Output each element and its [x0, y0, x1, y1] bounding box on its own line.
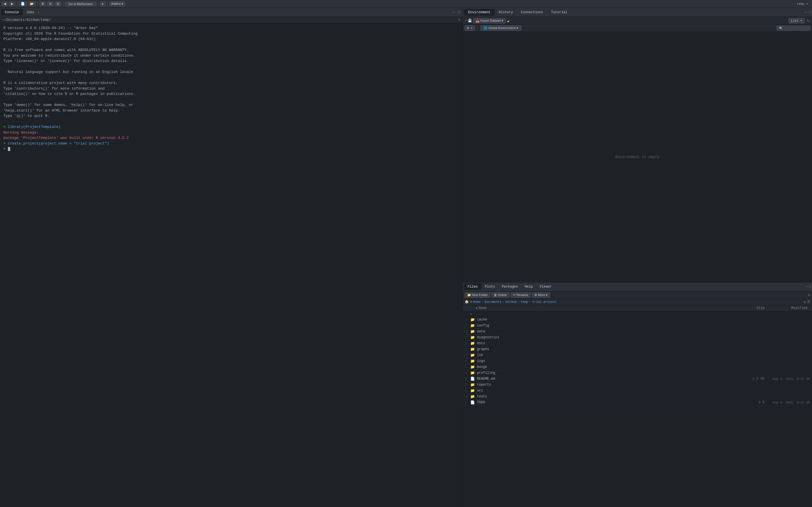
source-button[interactable]: ▸	[100, 1, 106, 6]
tab-jobs-close[interactable]: ✕	[38, 11, 39, 14]
list-item[interactable]: □ 📁 reports	[463, 382, 812, 388]
main-area: Console Jobs ✕ ─ □ ~/Documents/GitHub/te…	[0, 8, 812, 507]
list-item[interactable]: □ 📁 diagnostics	[463, 335, 812, 341]
list-item[interactable]: □ 📁 src	[463, 388, 812, 394]
row-check-todo[interactable]: □	[465, 400, 470, 404]
files-sync-icon[interactable]: ↻	[808, 293, 810, 297]
tab-plots[interactable]: Plots	[481, 284, 499, 290]
tab-tutorial[interactable]: Tutorial	[547, 9, 571, 15]
row-check-profiling[interactable]: □	[465, 371, 470, 375]
minimize-files-button[interactable]: ─	[806, 285, 808, 289]
row-check-graphs[interactable]: □	[465, 347, 470, 351]
global-env-dropdown[interactable]: 🌐 Global Environment ▾	[480, 25, 521, 31]
col-name-header[interactable]: ▲ Name	[476, 306, 739, 310]
forward-button[interactable]: ▶	[9, 1, 15, 6]
row-check-cache[interactable]: □	[465, 318, 470, 322]
tab-packages[interactable]: Packages	[499, 284, 522, 290]
folder-icon-tests: 📁	[470, 394, 476, 399]
env-upload-icon[interactable]: ⬆	[465, 18, 467, 23]
folder-icon-graphs: 📁	[470, 347, 476, 351]
new-script-button[interactable]: 📄	[19, 1, 27, 6]
console-path: ~/Documents/GitHub/temp/	[2, 18, 51, 22]
row-check-docs[interactable]: □	[465, 341, 470, 345]
breadcrumb-sync-icon[interactable]: ↻	[804, 300, 806, 304]
parent-dir-row[interactable]: ↩ ..	[463, 311, 812, 317]
tab-files[interactable]: Files	[464, 283, 481, 290]
row-check-diagnostics[interactable]: □	[465, 335, 470, 339]
breadcrumb-github[interactable]: GitHub	[506, 300, 517, 304]
row-check-reports[interactable]: □	[465, 383, 470, 387]
breadcrumb-settings-icon[interactable]: ⚙	[470, 300, 472, 304]
breadcrumb-home[interactable]: Home	[473, 300, 480, 304]
list-item[interactable]: □ 📄 README.md 1.5 KB Aug 4, 2021, 9:27 A…	[463, 376, 812, 382]
rename-button[interactable]: ✏ Rename	[511, 292, 531, 298]
breadcrumb-back-icon[interactable]: 🏠	[465, 300, 469, 304]
layout-2[interactable]: ⊟	[47, 1, 54, 6]
row-check-readme[interactable]: □	[465, 377, 470, 381]
left-panel: Console Jobs ✕ ─ □ ~/Documents/GitHub/te…	[0, 8, 463, 507]
import-dataset-button[interactable]: 📥 Import Dataset ▾	[473, 18, 506, 23]
more-button[interactable]: ⚙ More ▾	[532, 292, 550, 298]
layout-1[interactable]: ⊞	[40, 1, 46, 6]
row-check-config[interactable]: □	[465, 324, 470, 328]
console-output: R version 4.0.0 (2020-04-24) -- "Arbor D…	[0, 23, 463, 507]
breadcrumb-temp[interactable]: temp	[521, 300, 528, 304]
tab-connections[interactable]: Connections	[517, 9, 547, 15]
maximize-env-button[interactable]: □	[809, 10, 811, 14]
library-command: library(ProjectTemplate)	[8, 125, 61, 129]
list-item[interactable]: □ 📁 lib	[463, 352, 812, 358]
goto-file-button[interactable]: Go to file/function	[65, 2, 96, 6]
layout-3[interactable]: ⊟	[55, 1, 61, 6]
minimize-env-button[interactable]: ─	[805, 10, 807, 14]
new-folder-button[interactable]: 📁 New Folder	[465, 292, 490, 298]
row-check-data[interactable]: □	[465, 330, 470, 334]
row-check-src[interactable]: □	[465, 389, 470, 393]
back-button[interactable]: ◀	[2, 1, 8, 6]
list-item[interactable]: □ 📁 config	[463, 323, 812, 329]
breadcrumb-sep-4: ›	[529, 300, 531, 304]
breadcrumb-documents[interactable]: Documents	[485, 300, 501, 304]
console-tab-bar: Console Jobs ✕ ─ □	[0, 8, 463, 17]
env-search-input[interactable]	[776, 25, 810, 31]
list-item[interactable]: □ 📁 data	[463, 329, 812, 335]
r-version-dropdown[interactable]: R ▾	[465, 25, 475, 31]
files-list: ↩ .. □ 📁 cache □ 📁 config	[463, 311, 812, 507]
path-edit-icon[interactable]: ✎	[458, 18, 460, 22]
list-item[interactable]: □ 📁 docs	[463, 341, 812, 346]
list-item[interactable]: □ 📄 TODO 0 B Aug 4, 2021, 9:27 AM	[463, 400, 812, 406]
list-item[interactable]: □ 📁 tests	[463, 394, 812, 400]
list-item[interactable]: □ 📁 cache	[463, 317, 812, 323]
open-button[interactable]: 📂	[28, 1, 36, 6]
tab-viewer[interactable]: Viewer	[536, 284, 555, 290]
list-item[interactable]: □ 📁 logs	[463, 358, 812, 364]
tab-jobs[interactable]: Jobs ✕	[22, 9, 43, 15]
row-check-tests[interactable]: □	[465, 395, 470, 399]
tab-history[interactable]: History	[495, 9, 517, 15]
maximize-console-button[interactable]: □	[457, 10, 462, 15]
env-broom-icon[interactable]: 🧹	[507, 18, 511, 23]
files-toolbar-right: ↻	[808, 293, 810, 297]
env-refresh-button[interactable]: ↻	[806, 18, 810, 23]
list-item[interactable]: □ 📁 munge	[463, 364, 812, 370]
cursor	[8, 147, 10, 151]
row-check-logs[interactable]: □	[465, 359, 470, 363]
row-check-lib[interactable]: □	[465, 353, 470, 357]
tab-environment[interactable]: Environment	[464, 9, 495, 16]
new-folder-icon: 📁	[467, 293, 471, 297]
list-item[interactable]: □ 📁 graphs	[463, 346, 812, 352]
project-badge[interactable]: temp ▾	[795, 2, 810, 6]
breadcrumb-project[interactable]: trial project	[532, 300, 557, 304]
list-item[interactable]: □ 📁 profiling	[463, 370, 812, 376]
row-check-munge[interactable]: □	[465, 365, 470, 369]
tab-console[interactable]: Console	[1, 9, 22, 15]
maximize-files-button[interactable]: □	[809, 285, 811, 289]
prompt-3: >	[3, 147, 8, 151]
minimize-console-button[interactable]: ─	[451, 10, 456, 15]
file-size-readme: 1.5 KB	[739, 377, 765, 381]
tab-help[interactable]: Help	[521, 284, 536, 290]
breadcrumb-menu-icon[interactable]: ☰	[807, 300, 810, 304]
addins-button[interactable]: Addins ▾	[109, 1, 125, 6]
env-save-icon[interactable]: 💾	[468, 18, 472, 23]
delete-button[interactable]: 🗑 Delete	[492, 292, 509, 297]
list-dropdown-button[interactable]: List ▾	[789, 18, 805, 23]
